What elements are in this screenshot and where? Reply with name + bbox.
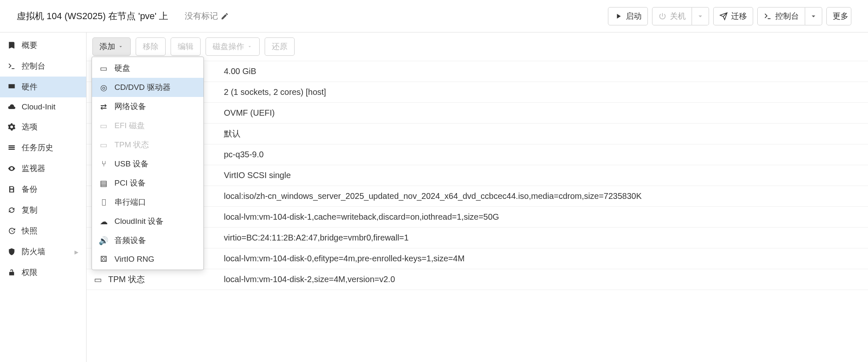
sidebar-item-label: 权限 xyxy=(22,267,37,278)
dropdown-item-tpm: ▭TPM 状态 xyxy=(92,135,203,154)
row-value: local-lvm:vm-104-disk-0,efitype=4m,pre-e… xyxy=(220,254,868,263)
dropdown-item-label: VirtIO RNG xyxy=(114,255,154,264)
dropdown-item-usb[interactable]: ⑂USB 设备 xyxy=(92,154,203,174)
hdd-icon: ▭ xyxy=(92,275,103,285)
sidebar-item-options[interactable]: 选项 xyxy=(0,117,86,137)
remove-button[interactable]: 移除 xyxy=(136,37,166,56)
dropdown-item-label: CD/DVD 驱动器 xyxy=(114,82,171,93)
sidebar-item-replication[interactable]: 复制 xyxy=(0,200,86,221)
play-icon xyxy=(614,12,622,20)
migrate-label: 迁移 xyxy=(731,11,747,22)
more-button[interactable]: 更多 xyxy=(826,7,851,25)
add-dropdown: ▭硬盘 ◎CD/DVD 驱动器 ⇄网络设备 ▭EFI 磁盘 ▭TPM 状态 ⑂U… xyxy=(92,57,204,270)
shutdown-split: 关机 xyxy=(652,7,709,25)
dropdown-item-pci[interactable]: ▤PCI 设备 xyxy=(92,174,203,193)
dropdown-item-cddvd[interactable]: ◎CD/DVD 驱动器 xyxy=(92,78,203,97)
diskaction-button[interactable]: 磁盘操作 xyxy=(206,37,260,56)
paper-plane-icon xyxy=(719,12,728,20)
sidebar-item-summary[interactable]: 概要 xyxy=(0,35,86,56)
add-button[interactable]: 添加 xyxy=(92,37,131,56)
chevron-down-icon xyxy=(247,44,253,50)
dropdown-item-label: EFI 磁盘 xyxy=(114,120,145,131)
sidebar-item-hardware[interactable]: 硬件 xyxy=(0,77,86,97)
console-label: 控制台 xyxy=(775,11,799,22)
edit-button[interactable]: 编辑 xyxy=(171,37,201,56)
dropdown-item-virtiorng[interactable]: ⚄VirtIO RNG xyxy=(92,250,203,268)
main-panel: 添加 移除 编辑 磁盘操作 还原 ▤4.00 GiB ▣2 (1 sockets… xyxy=(87,32,868,362)
chevron-right-icon: ▸ xyxy=(74,247,79,257)
row-value: local-lvm:vm-104-disk-2,size=4M,version=… xyxy=(220,275,868,284)
chevron-down-icon xyxy=(809,12,818,20)
start-label: 启动 xyxy=(626,11,642,22)
tags-label: 没有标记 xyxy=(185,10,218,22)
dropdown-item-label: 硬盘 xyxy=(114,63,130,74)
dropdown-item-serial[interactable]: ⌷串行端口 xyxy=(92,193,203,212)
row-value: 2 (1 sockets, 2 cores) [host] xyxy=(220,87,868,97)
migrate-button[interactable]: 迁移 xyxy=(713,7,753,25)
sidebar-item-firewall[interactable]: 防火墙 ▸ xyxy=(0,241,86,262)
header-actions: 启动 关机 迁移 控制台 xyxy=(608,7,851,25)
power-icon xyxy=(658,12,667,20)
sidebar-item-label: 监视器 xyxy=(22,163,45,174)
unlock-icon xyxy=(7,268,16,277)
page-header: 虚拟机 104 (WS2025) 在节点 'pve' 上 没有标记 启动 关机 xyxy=(0,0,868,32)
sidebar-item-label: 复制 xyxy=(22,205,37,216)
pci-icon: ▤ xyxy=(99,179,109,188)
cloud-icon xyxy=(7,103,16,111)
sidebar-item-cloudinit[interactable]: Cloud-Init xyxy=(0,97,86,117)
cloud-icon: ☁ xyxy=(99,217,109,226)
shutdown-button[interactable]: 关机 xyxy=(652,7,692,25)
row-value: VirtIO SCSI single xyxy=(220,171,868,180)
revert-button[interactable]: 还原 xyxy=(265,37,295,56)
dropdown-item-label: CloudInit 设备 xyxy=(114,216,164,227)
sidebar-item-taskhistory[interactable]: 任务历史 xyxy=(0,137,86,158)
diskaction-label: 磁盘操作 xyxy=(213,41,244,52)
tags-area[interactable]: 没有标记 xyxy=(185,10,229,22)
eye-icon xyxy=(7,164,16,173)
console-split: 控制台 xyxy=(757,7,822,25)
shutdown-label: 关机 xyxy=(670,11,686,22)
gear-icon xyxy=(7,123,16,131)
add-label: 添加 xyxy=(99,41,115,52)
book-icon xyxy=(7,41,16,50)
shutdown-caret[interactable] xyxy=(692,7,709,25)
sidebar-item-backup[interactable]: 备份 xyxy=(0,179,86,200)
hardware-toolbar: 添加 移除 编辑 磁盘操作 还原 xyxy=(87,32,868,61)
disc-icon: ◎ xyxy=(99,83,109,92)
sidebar-item-label: 任务历史 xyxy=(22,142,53,153)
start-button[interactable]: 启动 xyxy=(608,7,648,25)
save-icon xyxy=(7,185,16,193)
row-value: 默认 xyxy=(220,128,868,139)
table-row[interactable]: ▭TPM 状态local-lvm:vm-104-disk-2,size=4M,v… xyxy=(87,269,868,290)
row-value: local-lvm:vm-104-disk-1,cache=writeback,… xyxy=(220,212,868,222)
history-icon xyxy=(7,227,16,235)
row-value: OVMF (UEFI) xyxy=(220,108,868,118)
hdd-icon: ▭ xyxy=(99,140,109,150)
sidebar: 概要 控制台 硬件 Cloud-Init 选项 任务历史 xyxy=(0,32,87,362)
sidebar-item-console[interactable]: 控制台 xyxy=(0,56,86,77)
dropdown-item-label: 串行端口 xyxy=(114,197,146,208)
terminal-icon xyxy=(7,62,16,70)
terminal-icon xyxy=(764,12,772,20)
serial-icon: ⌷ xyxy=(99,198,109,207)
dropdown-item-harddisk[interactable]: ▭硬盘 xyxy=(92,59,203,78)
sidebar-item-label: Cloud-Init xyxy=(22,102,55,112)
console-caret[interactable] xyxy=(805,7,822,25)
dropdown-item-efi: ▭EFI 磁盘 xyxy=(92,116,203,135)
sidebar-item-monitor[interactable]: 监视器 xyxy=(0,158,86,179)
more-label: 更多 xyxy=(833,11,848,22)
dropdown-item-cloudinit[interactable]: ☁CloudInit 设备 xyxy=(92,212,203,231)
console-button[interactable]: 控制台 xyxy=(757,7,805,25)
hdd-icon: ▭ xyxy=(99,121,109,131)
audio-icon: 🔊 xyxy=(99,236,109,245)
sidebar-item-snapshot[interactable]: 快照 xyxy=(0,221,86,241)
sidebar-item-label: 防火墙 xyxy=(22,246,45,257)
chevron-down-icon xyxy=(696,12,704,20)
sidebar-item-label: 快照 xyxy=(22,226,37,236)
pencil-icon xyxy=(221,12,229,20)
dropdown-item-network[interactable]: ⇄网络设备 xyxy=(92,97,203,116)
row-value: virtio=BC:24:11:2B:A2:47,bridge=vmbr0,fi… xyxy=(220,233,868,243)
dropdown-item-label: TPM 状态 xyxy=(114,139,149,150)
dropdown-item-audio[interactable]: 🔊音频设备 xyxy=(92,231,203,250)
sidebar-item-permissions[interactable]: 权限 xyxy=(0,262,86,283)
